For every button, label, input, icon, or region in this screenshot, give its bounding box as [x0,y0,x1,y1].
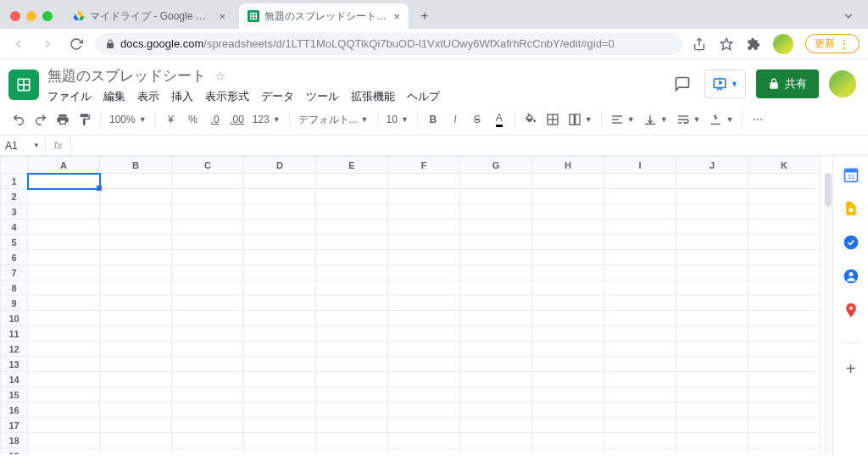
text-rotation-button[interactable]: ▼ [705,113,737,126]
cell[interactable] [460,403,532,418]
new-tab-button[interactable]: + [414,5,436,27]
cell[interactable] [244,403,316,418]
row-header[interactable]: 1 [1,174,28,189]
cell[interactable] [172,250,244,265]
cell[interactable] [748,235,821,250]
cell[interactable] [316,235,388,250]
cell[interactable] [28,357,100,372]
cell[interactable] [28,326,100,342]
cell[interactable] [316,265,388,281]
cell[interactable] [172,265,244,281]
cell[interactable] [388,174,460,189]
cell[interactable] [100,357,172,372]
cell[interactable] [244,296,316,311]
reload-button[interactable] [66,34,86,54]
cell[interactable] [532,342,604,357]
cell[interactable] [604,174,676,189]
cell[interactable] [100,296,172,311]
column-header[interactable]: H [532,157,604,174]
cell[interactable] [676,418,748,433]
menu-edit[interactable]: 編集 [103,89,125,104]
text-color-button[interactable]: A [489,109,509,130]
cell[interactable] [244,326,316,342]
update-button[interactable]: 更新⋮ [805,34,860,53]
paint-format-button[interactable] [75,109,95,130]
column-header[interactable]: F [388,157,460,174]
cell[interactable] [532,174,604,189]
cell[interactable] [244,220,316,235]
row-header[interactable]: 17 [1,418,28,433]
cell[interactable] [100,281,172,296]
cell[interactable] [388,189,460,204]
cell[interactable] [676,189,748,204]
cell[interactable] [676,433,748,448]
font-size-dropdown[interactable]: 10▼ [383,114,412,125]
cell[interactable] [316,311,388,326]
cell[interactable] [748,220,821,235]
cell[interactable] [532,433,604,448]
horizontal-align-button[interactable]: ▼ [607,113,638,126]
account-avatar[interactable] [829,70,856,97]
cell[interactable] [676,326,748,342]
cell[interactable] [604,220,676,235]
cell[interactable] [244,204,316,220]
close-tab-icon[interactable]: × [393,10,400,23]
row-header[interactable]: 19 [1,448,28,455]
cell[interactable] [244,174,316,189]
cell[interactable] [460,372,532,387]
cell[interactable] [172,342,244,357]
fill-color-button[interactable] [520,109,541,130]
print-button[interactable] [53,109,73,130]
row-header[interactable]: 8 [1,281,28,296]
column-header[interactable]: A [28,157,100,174]
cell[interactable] [28,403,100,418]
cell[interactable] [100,372,172,387]
cell[interactable] [748,204,821,220]
cell[interactable] [532,326,604,342]
cell[interactable] [604,372,676,387]
cell[interactable] [100,265,172,281]
cell[interactable] [532,281,604,296]
cell[interactable] [244,342,316,357]
cell[interactable] [100,387,172,403]
cell[interactable] [172,311,244,326]
cell[interactable] [100,342,172,357]
row-header[interactable]: 15 [1,387,28,403]
cell[interactable] [244,387,316,403]
cell[interactable] [460,189,532,204]
cell[interactable] [28,235,100,250]
cell[interactable] [244,418,316,433]
row-header[interactable]: 13 [1,357,28,372]
cell[interactable] [100,250,172,265]
cell[interactable] [532,418,604,433]
cell[interactable] [676,403,748,418]
cell[interactable] [316,220,388,235]
cell[interactable] [244,281,316,296]
cell[interactable] [604,418,676,433]
cell[interactable] [748,433,821,448]
cell[interactable] [532,265,604,281]
cell[interactable] [748,250,821,265]
cell[interactable] [676,235,748,250]
row-header[interactable]: 14 [1,372,28,387]
cell[interactable] [28,448,100,455]
cell[interactable] [388,357,460,372]
cell[interactable] [532,357,604,372]
cell[interactable] [28,296,100,311]
cell[interactable] [532,296,604,311]
cell[interactable] [28,342,100,357]
share-button[interactable]: 共有 [756,70,819,98]
more-toolbar-button[interactable]: ⋯ [748,109,768,130]
cell[interactable] [172,204,244,220]
cell[interactable] [676,296,748,311]
cell[interactable] [676,174,748,189]
cell[interactable] [28,372,100,387]
minimize-window-button[interactable] [26,11,36,21]
menu-format[interactable]: 表示形式 [205,89,249,104]
cell[interactable] [532,387,604,403]
cell[interactable] [748,296,821,311]
cell[interactable] [28,433,100,448]
extensions-icon[interactable] [746,36,761,52]
cell[interactable] [604,265,676,281]
cell[interactable] [460,326,532,342]
